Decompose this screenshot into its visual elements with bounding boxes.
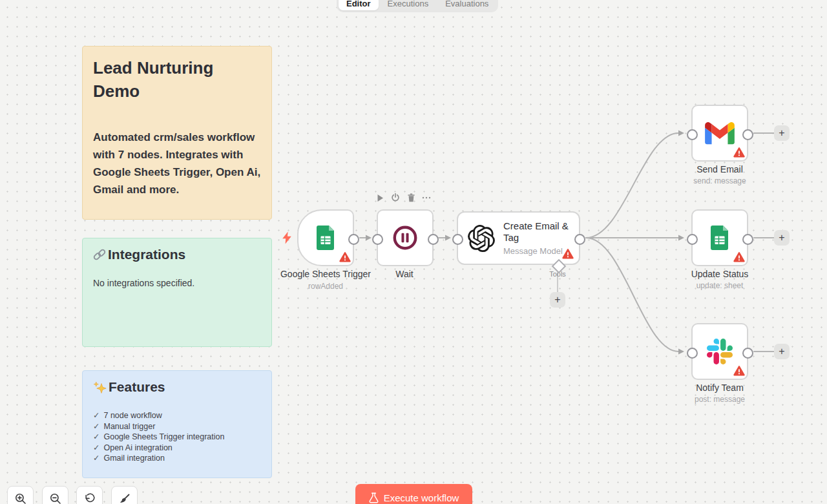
node-label-wait: Wait xyxy=(333,269,476,279)
input-port[interactable] xyxy=(687,348,698,359)
view-tabbar: Editor Executions Evaluations xyxy=(337,0,498,12)
output-port[interactable] xyxy=(742,129,753,140)
node-create-email-tag[interactable]: Create Email & Tag Message Model xyxy=(457,211,580,265)
link-icon xyxy=(93,248,106,261)
pause-icon xyxy=(392,224,419,251)
flask-icon xyxy=(369,492,379,503)
note-features-title: Features xyxy=(109,379,165,395)
add-node-button[interactable]: + xyxy=(774,344,790,359)
warning-icon xyxy=(733,366,745,376)
warning-icon xyxy=(562,249,574,259)
node-label-send-email: Send Email xyxy=(649,164,791,174)
output-port[interactable] xyxy=(348,234,359,245)
feature-item: ✓ 7 node workflow xyxy=(93,410,261,421)
input-port[interactable] xyxy=(372,234,383,245)
tab-editor[interactable]: Editor xyxy=(339,0,379,10)
node-subtitle-google-sheets-trigger: rowAdded xyxy=(255,282,397,291)
check-icon: ✓ xyxy=(93,421,99,432)
node-subtitle-notify-team: post: message xyxy=(649,395,791,404)
add-node-button[interactable]: + xyxy=(774,230,790,246)
input-port[interactable] xyxy=(452,234,463,245)
feature-list: ✓ 7 node workflow ✓ Manual trigger ✓ Goo… xyxy=(93,410,261,464)
note-integrations-title: Integrations xyxy=(108,247,185,262)
workflow-canvas[interactable]: Editor Executions Evaluations Lead Nurtu… xyxy=(0,0,827,504)
power-icon[interactable] xyxy=(391,193,400,202)
node-notify-team[interactable] xyxy=(691,323,748,380)
output-port[interactable] xyxy=(742,348,753,359)
check-icon: ✓ xyxy=(93,432,99,443)
node-label-update-status: Update Status xyxy=(649,269,791,279)
trigger-bolt-icon xyxy=(282,231,292,244)
node-subtitle-update-status: update: sheet xyxy=(649,281,791,290)
play-icon[interactable] xyxy=(375,193,384,202)
gmail-icon xyxy=(705,122,735,145)
note-integrations-body: No integrations specified. xyxy=(93,278,261,288)
node-subtitle-send-email: send: message xyxy=(649,176,791,185)
note-overview-title: Lead Nurturing Demo xyxy=(93,56,261,103)
node-wait[interactable] xyxy=(377,209,434,266)
feature-item: ✓ Open Ai integration xyxy=(93,443,261,454)
more-options-icon[interactable] xyxy=(422,193,431,202)
node-send-email[interactable] xyxy=(691,105,748,162)
feature-item: ✓ Gmail integration xyxy=(93,453,261,464)
slack-icon xyxy=(707,339,733,364)
warning-icon xyxy=(733,252,745,262)
check-icon: ✓ xyxy=(93,410,99,421)
output-port[interactable] xyxy=(574,234,585,245)
check-icon: ✓ xyxy=(93,443,99,454)
undo-button[interactable] xyxy=(76,486,103,504)
tidy-up-button[interactable] xyxy=(111,486,138,504)
trash-icon[interactable] xyxy=(406,193,415,202)
tab-evaluations[interactable]: Evaluations xyxy=(437,0,496,10)
google-sheets-icon xyxy=(710,226,729,250)
output-port[interactable] xyxy=(742,234,753,245)
note-overview-body: Automated crm/sales workflow with 7 node… xyxy=(93,129,261,198)
node-update-status[interactable] xyxy=(691,209,748,266)
node-title-create-email-tag: Create Email & Tag xyxy=(503,220,574,244)
add-tool-button[interactable]: + xyxy=(550,292,565,308)
sparkles-icon xyxy=(93,381,107,394)
openai-icon xyxy=(468,225,495,252)
input-port[interactable] xyxy=(687,129,698,140)
warning-icon xyxy=(733,147,745,158)
execute-workflow-label: Execute workflow xyxy=(384,492,459,503)
node-label-notify-team: Notify Team xyxy=(649,383,791,393)
warning-icon xyxy=(339,252,351,262)
google-sheets-icon xyxy=(316,226,335,250)
add-node-button[interactable]: + xyxy=(774,125,790,141)
check-icon: ✓ xyxy=(93,453,99,464)
input-port[interactable] xyxy=(687,234,698,245)
sticky-note-features[interactable]: Features ✓ 7 node workflow ✓ Manual trig… xyxy=(82,370,272,478)
zoom-out-button[interactable] xyxy=(42,486,68,504)
tab-executions[interactable]: Executions xyxy=(380,0,437,10)
zoom-in-button[interactable] xyxy=(7,486,34,504)
sticky-note-overview[interactable]: Lead Nurturing Demo Automated crm/sales … xyxy=(82,46,272,220)
node-google-sheets-trigger[interactable] xyxy=(297,209,354,266)
feature-item: ✓ Manual trigger xyxy=(93,421,261,432)
feature-item: ✓ Google Sheets Trigger integration xyxy=(93,432,261,443)
node-toolbar xyxy=(375,193,431,202)
output-port[interactable] xyxy=(428,234,439,245)
sticky-note-integrations[interactable]: Integrations No integrations specified. xyxy=(82,238,272,347)
execute-workflow-button[interactable]: Execute workflow xyxy=(355,484,472,504)
